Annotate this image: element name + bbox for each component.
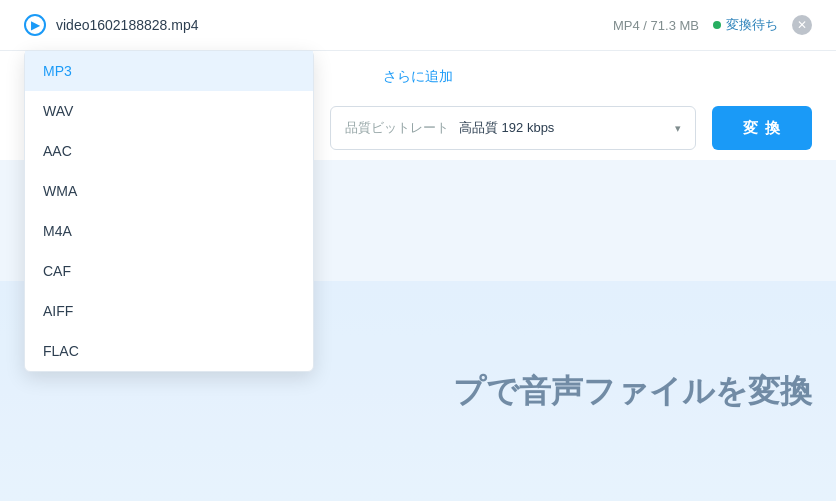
quality-label: 品質ビットレート xyxy=(345,119,449,137)
file-row: ▶ video1602188828.mp4 MP4 / 71.3 MB 変換待ち… xyxy=(0,0,836,51)
add-more-link[interactable]: さらに追加 xyxy=(383,68,453,84)
file-name: video1602188828.mp4 xyxy=(56,17,198,33)
play-icon: ▶ xyxy=(24,14,46,36)
dropdown-item-wma[interactable]: WMA xyxy=(25,171,313,211)
convert-button[interactable]: 変 換 xyxy=(712,106,812,150)
status-text: 変換待ち xyxy=(726,16,778,34)
file-meta: MP4 / 71.3 MB xyxy=(613,18,699,33)
remove-file-button[interactable]: ✕ xyxy=(792,15,812,35)
dropdown-item-aac[interactable]: AAC xyxy=(25,131,313,171)
quality-dropdown[interactable]: 品質ビットレート 高品質 192 kbps ▾ xyxy=(330,106,696,150)
dropdown-item-wav[interactable]: WAV xyxy=(25,91,313,131)
dropdown-item-flac[interactable]: FLAC xyxy=(25,331,313,371)
dropdown-item-mp3[interactable]: MP3 xyxy=(25,51,313,91)
dropdown-item-aiff[interactable]: AIFF xyxy=(25,291,313,331)
format-dropdown-menu: MP3WAVAACWMAM4ACAFAIFFFLAC xyxy=(24,50,314,372)
dropdown-item-caf[interactable]: CAF xyxy=(25,251,313,291)
status-badge: 変換待ち xyxy=(713,16,778,34)
quality-value: 高品質 192 kbps xyxy=(459,119,554,137)
file-actions: MP4 / 71.3 MB 変換待ち ✕ xyxy=(613,15,812,35)
dropdown-item-m4a[interactable]: M4A xyxy=(25,211,313,251)
status-dot xyxy=(713,21,721,29)
chevron-down-icon: ▾ xyxy=(675,122,681,135)
file-info: ▶ video1602188828.mp4 xyxy=(24,14,198,36)
